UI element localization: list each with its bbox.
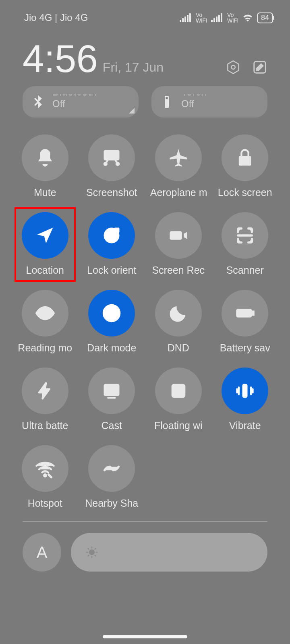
svg-rect-4 xyxy=(166,97,168,99)
brightness-row: A xyxy=(0,522,290,572)
cast-tile[interactable]: Cast xyxy=(83,367,141,431)
bluetooth-title: Bluetooth xyxy=(52,95,97,98)
lock-screen-tile[interactable]: Lock screen xyxy=(216,134,274,198)
tile-label: Dark mode xyxy=(83,342,140,354)
screenshot-icon xyxy=(101,147,122,168)
tile-label: Hotspot xyxy=(17,497,73,509)
tile-label: Floating wi xyxy=(150,420,207,431)
vowifi-label-1: VoWiFi xyxy=(196,12,207,23)
moon-icon xyxy=(168,303,189,324)
nav-handle[interactable] xyxy=(103,635,187,638)
wide-tiles: Bluetooth Off Torch Off xyxy=(0,78,290,118)
torch-icon xyxy=(159,94,175,110)
torch-title: Torch xyxy=(181,95,207,98)
svg-rect-16 xyxy=(242,384,248,398)
tile-label: Lock screen xyxy=(217,187,273,198)
screen-recorder-tile[interactable]: Screen Rec xyxy=(149,212,207,276)
vibrate-icon xyxy=(234,380,255,401)
aeroplane-tile[interactable]: Aeroplane m xyxy=(149,134,207,198)
tile-label: Mute xyxy=(17,187,73,198)
sun-icon xyxy=(85,545,99,559)
floating-window-tile[interactable]: Floating wi xyxy=(149,367,207,431)
expand-corner-icon xyxy=(129,108,135,114)
tile-label: Vibrate xyxy=(217,420,273,431)
nearby-icon xyxy=(101,458,122,479)
svg-point-18 xyxy=(89,550,94,555)
screenshot-tile[interactable]: Screenshot xyxy=(83,134,141,198)
ultra-battery-tile[interactable]: Ultra batte xyxy=(16,367,74,431)
video-icon xyxy=(168,225,189,246)
svg-marker-0 xyxy=(228,61,238,74)
location-icon xyxy=(35,225,56,246)
battery-indicator: 84 xyxy=(257,12,273,23)
wifi-icon xyxy=(242,14,253,22)
svg-rect-14 xyxy=(105,385,119,395)
svg-point-10 xyxy=(42,311,48,316)
bluetooth-tile[interactable]: Bluetooth Off xyxy=(23,86,139,118)
carrier-label: Jio 4G | Jio 4G xyxy=(24,12,88,23)
auto-brightness-button[interactable]: A xyxy=(23,533,61,572)
hotspot-tile[interactable]: Hotspot xyxy=(16,445,74,509)
svg-rect-5 xyxy=(105,151,119,160)
vibrate-tile[interactable]: Vibrate xyxy=(216,367,274,431)
clock-time: 4:56 xyxy=(23,39,98,78)
clock-date: Fri, 17 Jun xyxy=(103,60,164,78)
tile-label: Battery sav xyxy=(217,342,273,354)
battery-saver-tile[interactable]: Battery sav xyxy=(216,290,274,354)
location-tile[interactable]: Location xyxy=(16,212,74,276)
bluetooth-icon xyxy=(30,94,46,110)
scan-icon xyxy=(234,225,255,246)
svg-point-17 xyxy=(44,475,46,477)
contrast-icon xyxy=(101,303,122,324)
tile-label: Screenshot xyxy=(83,187,140,198)
svg-rect-13 xyxy=(252,312,254,315)
svg-point-7 xyxy=(116,163,119,165)
cast-icon xyxy=(101,380,122,401)
vowifi-label-2: VoWiFi xyxy=(227,12,238,23)
bolt-icon xyxy=(35,380,56,401)
quick-settings-grid: Mute Screenshot Aeroplane m Lock screen … xyxy=(0,118,290,509)
svg-rect-9 xyxy=(110,234,114,238)
tile-label: Reading mo xyxy=(17,342,73,354)
tile-label: Screen Rec xyxy=(150,264,207,276)
svg-point-6 xyxy=(104,163,107,165)
clock-row: 4:56 Fri, 17 Jun xyxy=(0,23,290,78)
auto-label: A xyxy=(37,543,48,561)
airplane-icon xyxy=(168,147,189,168)
lock-orientation-tile[interactable]: Lock orient xyxy=(83,212,141,276)
tile-label: Nearby Sha xyxy=(83,497,140,509)
settings-icon[interactable] xyxy=(226,60,241,75)
torch-tile[interactable]: Torch Off xyxy=(151,86,267,118)
lock-rotate-icon xyxy=(101,225,122,246)
signal-icon-2 xyxy=(211,13,222,22)
reading-mode-tile[interactable]: Reading mo xyxy=(16,290,74,354)
tile-label: Scanner xyxy=(217,264,273,276)
tile-label: Aeroplane m xyxy=(150,187,207,198)
signal-icon xyxy=(180,13,191,22)
dnd-tile[interactable]: DND xyxy=(149,290,207,354)
bell-icon xyxy=(35,147,56,168)
tile-label: Location xyxy=(17,264,73,276)
battery-level: 84 xyxy=(261,14,269,22)
bluetooth-status: Off xyxy=(52,98,97,109)
hotspot-icon xyxy=(35,458,56,479)
tile-label: Ultra batte xyxy=(17,420,73,431)
floating-icon xyxy=(168,380,189,401)
svg-point-1 xyxy=(231,65,235,69)
tile-label: Lock orient xyxy=(83,264,140,276)
lock-icon xyxy=(234,147,255,168)
dark-mode-tile[interactable]: Dark mode xyxy=(83,290,141,354)
tile-label: DND xyxy=(150,342,207,354)
tile-label: Cast xyxy=(83,420,140,431)
scanner-tile[interactable]: Scanner xyxy=(216,212,274,276)
status-bar: Jio 4G | Jio 4G VoWiFi VoWiFi 84 xyxy=(0,0,290,23)
eye-icon xyxy=(35,303,56,324)
status-icons: VoWiFi VoWiFi 84 xyxy=(180,12,273,23)
edit-icon[interactable] xyxy=(252,60,267,75)
mute-tile[interactable]: Mute xyxy=(16,134,74,198)
nearby-share-tile[interactable]: Nearby Sha xyxy=(83,445,141,509)
battery-icon xyxy=(234,303,255,324)
brightness-slider[interactable] xyxy=(71,533,267,572)
torch-status: Off xyxy=(181,98,207,109)
